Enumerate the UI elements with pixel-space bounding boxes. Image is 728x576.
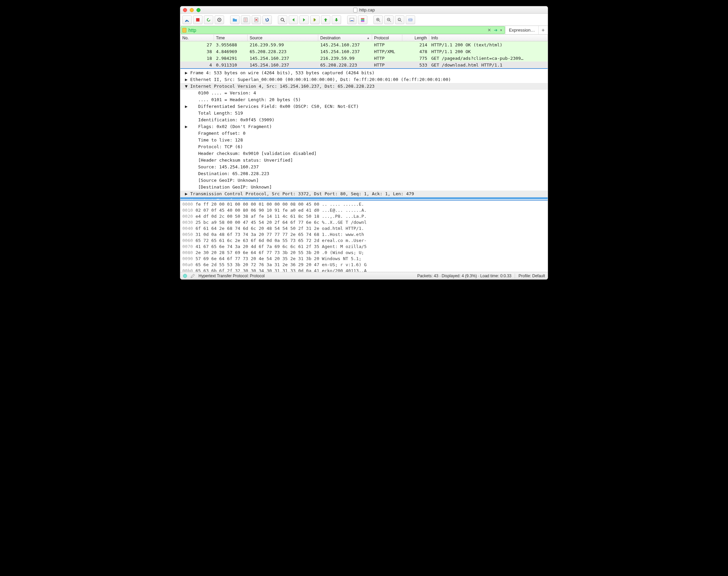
bytes-row[interactable]: 0040 6f 61 64 2e 68 74 6d 6c 20 48 54 54… — [182, 226, 546, 232]
column-destination[interactable]: Destination▲ — [318, 35, 372, 41]
main-toolbar: 1 — [180, 14, 548, 26]
auto-scroll-button[interactable] — [347, 16, 357, 24]
clear-filter-icon[interactable]: ✕ — [486, 28, 492, 33]
packet-row[interactable]: 182.984291145.254.160.237216.239.59.99HT… — [180, 55, 548, 61]
cell-info: HTTP/1.1 200 OK — [429, 49, 548, 54]
bytes-row[interactable]: 0070 41 67 65 6e 74 3a 20 4d 6f 7a 69 6c… — [182, 243, 546, 250]
packet-details-pane[interactable]: ▶ Frame 4: 533 bytes on wire (4264 bits)… — [180, 68, 548, 200]
detail-row[interactable]: Destination: 65.208.228.223 — [180, 170, 548, 177]
cell-destination: 145.254.160.237 — [318, 49, 372, 54]
detail-row[interactable]: ▶ Ethernet II, Src: Superlan_00:00:00 (0… — [180, 76, 548, 83]
svg-line-27 — [400, 21, 402, 22]
bytes-row[interactable]: 0010 02 07 0f 45 40 00 80 06 90 10 91 fe… — [182, 207, 546, 213]
go-to-packet-button[interactable] — [310, 16, 320, 24]
minimize-window-button[interactable] — [190, 8, 194, 12]
detail-row[interactable]: Protocol: TCP (6) — [180, 144, 548, 150]
detail-row[interactable]: Total Length: 519 — [180, 110, 548, 117]
column-time[interactable]: Time — [214, 35, 248, 41]
cell-length: 214 — [402, 42, 429, 48]
detail-row[interactable]: ▶ Differentiated Services Field: 0x00 (D… — [180, 103, 548, 110]
shark-fin-icon[interactable] — [182, 16, 192, 24]
cell-time: 2.984291 — [214, 56, 248, 61]
packet-list-header: No. Time Source Destination▲ Protocol Le… — [180, 35, 548, 41]
detail-row[interactable]: ▶ Transmission Control Protocol, Src Por… — [180, 191, 548, 197]
colorize-button[interactable] — [358, 16, 367, 24]
zoom-out-button[interactable] — [384, 16, 394, 24]
zoom-in-button[interactable] — [373, 16, 383, 24]
bytes-row[interactable]: 0060 65 72 65 61 6c 2e 63 6f 6d 0d 0a 55… — [182, 238, 546, 243]
detail-row[interactable]: Identification: 0x0f45 (3909) — [180, 117, 548, 123]
column-info[interactable]: Info — [429, 35, 548, 41]
packet-row[interactable]: 273.955688216.239.59.99145.254.160.237HT… — [180, 41, 548, 48]
zoom-window-button[interactable] — [196, 8, 200, 12]
detail-row[interactable]: ▶ Flags: 0x02 (Don't Fragment) — [180, 123, 548, 130]
window-title-text: http.cap — [359, 7, 375, 12]
bytes-row[interactable]: 0030 25 bc a9 58 00 00 47 45 54 20 2f 64… — [182, 220, 546, 226]
detail-row[interactable]: 0100 .... = Version: 4 — [180, 90, 548, 96]
stop-capture-button[interactable] — [193, 16, 203, 24]
detail-row[interactable]: ▼ Internet Protocol Version 4, Src: 145.… — [180, 83, 548, 90]
cell-source: 145.254.160.237 — [248, 62, 318, 67]
cell-source: 145.254.160.237 — [248, 56, 318, 61]
bytes-row[interactable]: 0000 fe ff 20 00 01 00 00 00 01 00 00 00… — [182, 201, 546, 207]
detail-row[interactable]: Fragment offset: 0 — [180, 130, 548, 137]
detail-row[interactable]: Header checksum: 0x9010 [validation disa… — [180, 150, 548, 157]
save-file-button[interactable] — [241, 16, 250, 24]
bytes-row[interactable]: 0050 31 0d 0a 48 6f 73 74 3a 20 77 77 77… — [182, 232, 546, 238]
detail-row[interactable]: Source: 145.254.160.237 — [180, 164, 548, 170]
cell-length: 775 — [402, 56, 429, 61]
open-file-button[interactable] — [230, 16, 240, 24]
find-button[interactable] — [278, 16, 287, 24]
filter-input-wrap: ✕ ➔ ▾ — [181, 26, 505, 34]
svg-rect-0 — [196, 18, 199, 22]
detail-row[interactable]: ▶ Frame 4: 533 bytes on wire (4264 bits)… — [180, 69, 548, 76]
profile-label[interactable]: Profile: Default — [515, 273, 545, 278]
titlebar: http.cap — [180, 6, 548, 14]
bytes-row[interactable]: 00a0 65 6e 2d 55 53 3b 20 72 76 3a 31 2e… — [182, 262, 546, 268]
svg-rect-13 — [350, 18, 354, 22]
go-next-button[interactable] — [299, 16, 309, 24]
detail-row[interactable]: [Source GeoIP: Unknown] — [180, 177, 548, 184]
reload-file-button[interactable] — [262, 16, 272, 24]
column-length[interactable]: Length — [402, 35, 429, 41]
add-filter-button[interactable]: + — [538, 26, 548, 34]
resize-columns-button[interactable] — [406, 16, 415, 24]
svg-point-8 — [281, 18, 284, 21]
detail-row[interactable]: Time to live: 128 — [180, 137, 548, 144]
svg-text:1: 1 — [399, 19, 400, 21]
zoom-reset-button[interactable]: 1 — [395, 16, 404, 24]
recent-filters-icon[interactable]: ▾ — [499, 28, 503, 32]
display-filter-input[interactable] — [188, 28, 486, 33]
go-previous-button[interactable] — [289, 16, 298, 24]
go-last-button[interactable] — [332, 16, 341, 24]
cell-source: 216.239.59.99 — [248, 42, 318, 48]
close-window-button[interactable] — [183, 8, 187, 12]
column-source[interactable]: Source — [248, 35, 318, 41]
restart-capture-button[interactable] — [204, 16, 213, 24]
detail-row[interactable]: .... 0101 = Header Length: 20 bytes (5) — [180, 96, 548, 103]
bookmark-icon[interactable] — [182, 28, 186, 33]
packet-bytes-pane[interactable]: 0000 fe ff 20 00 01 00 00 00 01 00 00 00… — [180, 200, 548, 272]
apply-filter-icon[interactable]: ➔ — [492, 28, 499, 33]
detail-row[interactable]: [Destination GeoIP: Unknown] — [180, 184, 548, 191]
bytes-row[interactable]: 0080 2e 30 20 28 57 69 6e 64 6f 77 73 3b… — [182, 250, 546, 256]
bytes-row[interactable]: 0090 57 69 6e 64 6f 77 73 20 4e 54 20 35… — [182, 256, 546, 262]
edit-icon[interactable] — [190, 273, 195, 278]
detail-row[interactable]: ▶ Hypertext Transfer Protocol — [180, 197, 548, 199]
wireshark-window: http.cap 1 ✕ ➔ ▾ — [180, 6, 548, 280]
bytes-row[interactable]: 0020 e4 df 0d 2c 00 50 38 af fe 14 11 4c… — [182, 213, 546, 220]
expression-button[interactable]: Expression… — [505, 26, 538, 34]
column-no[interactable]: No. — [180, 35, 214, 41]
packet-row[interactable]: 384.84696965.208.228.223145.254.160.237H… — [180, 48, 548, 55]
close-file-button[interactable] — [252, 16, 261, 24]
cell-no: 38 — [180, 49, 214, 54]
go-first-button[interactable] — [321, 16, 330, 24]
cell-length: 533 — [402, 62, 429, 67]
column-protocol[interactable]: Protocol — [372, 35, 402, 41]
capture-options-button[interactable] — [215, 16, 224, 24]
svg-line-24 — [389, 21, 391, 22]
expert-info-icon[interactable] — [183, 274, 187, 278]
detail-row[interactable]: [Header checksum status: Unverified] — [180, 157, 548, 164]
bytes-row[interactable]: 00b0 65 63 6b 6f 2f 32 30 30 34 30 31 31… — [182, 268, 546, 272]
packet-row[interactable]: 40.911310145.254.160.23765.208.228.223HT… — [180, 61, 548, 68]
